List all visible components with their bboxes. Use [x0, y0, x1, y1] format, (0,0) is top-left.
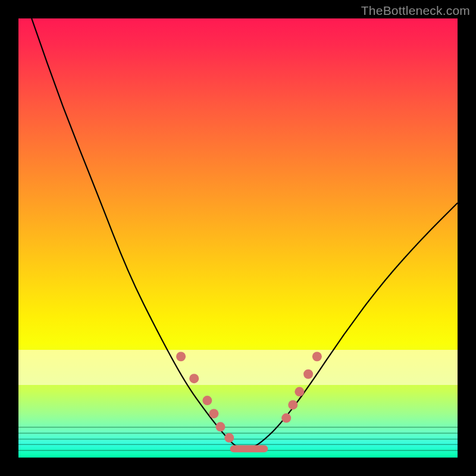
- highlight-dot: [224, 433, 234, 443]
- highlight-dot: [215, 422, 225, 431]
- highlight-dot: [189, 374, 199, 383]
- highlight-dot: [312, 352, 322, 361]
- highlight-dot: [209, 409, 218, 418]
- plot-area: [18, 18, 458, 458]
- highlight-dot: [176, 352, 186, 361]
- bottleneck-curve: [32, 18, 458, 449]
- outer-black-frame: TheBottleneck.com: [0, 0, 476, 476]
- highlight-dot: [295, 387, 304, 396]
- watermark-text: TheBottleneck.com: [361, 4, 470, 18]
- highlight-dot: [202, 396, 212, 405]
- highlight-dot: [281, 414, 291, 423]
- highlight-dot: [288, 400, 298, 409]
- curve-svg: [18, 18, 458, 458]
- highlight-dot: [303, 369, 313, 379]
